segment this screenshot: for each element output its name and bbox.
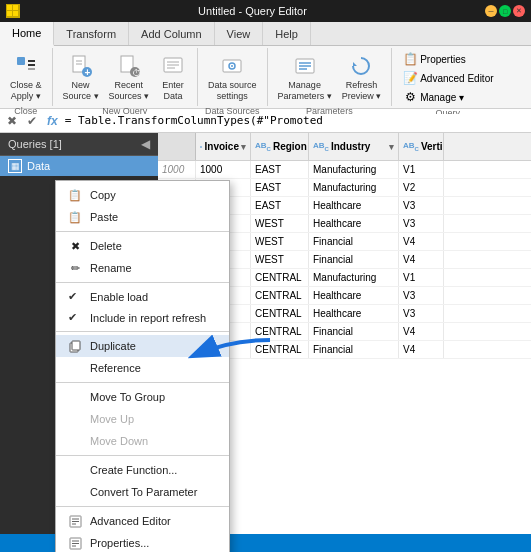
cell-region: WEST [251, 251, 309, 268]
maximize-button[interactable]: □ [499, 5, 511, 17]
ctx-reference-label: Reference [90, 362, 141, 374]
tab-add-column[interactable]: Add Column [129, 22, 215, 45]
cell-verti: V1 [399, 269, 444, 286]
close-apply-button[interactable]: Close &Apply ▾ [6, 50, 46, 104]
ctx-enable-load[interactable]: ✔ Enable load [56, 286, 229, 307]
fx-label: fx [44, 114, 61, 128]
col-header-industry[interactable]: ABC Industry ▾ [309, 133, 399, 160]
create-function-icon [68, 463, 82, 477]
cell-verti: V4 [399, 233, 444, 250]
data-source-settings-button[interactable]: Data sourcesettings [204, 50, 261, 104]
ribbon-group-new-query: + NewSource ▾ ⏱ RecentSources ▾ [53, 48, 199, 106]
cell-region: EAST [251, 197, 309, 214]
minimize-button[interactable]: ─ [485, 5, 497, 17]
svg-text:+: + [84, 67, 90, 78]
refresh-preview-label: RefreshPreview ▾ [342, 80, 382, 102]
manage-ribbon-button[interactable]: ⚙ Manage ▾ [398, 88, 468, 106]
new-source-icon: + [67, 52, 95, 80]
cell-industry: Manufacturing [309, 269, 399, 286]
recent-sources-button[interactable]: ⏱ RecentSources ▾ [105, 50, 154, 104]
ctx-delete[interactable]: ✖ Delete [56, 235, 229, 257]
cell-industry: Financial [309, 341, 399, 358]
ctx-separator-4 [56, 382, 229, 383]
ctx-copy-label: Copy [90, 189, 116, 201]
cell-verti: V3 [399, 215, 444, 232]
ribbon-group-parameters-items: ManageParameters ▾ RefreshPreview ▾ [274, 50, 386, 104]
recent-sources-icon: ⏱ [115, 52, 143, 80]
rename-icon: ✏ [68, 261, 82, 275]
col-header-verti[interactable]: ABC Verti... ▾ [399, 133, 444, 160]
ctx-duplicate-label: Duplicate [90, 340, 136, 352]
table-row[interactable]: 1000 1000 EAST Manufacturing V1 [158, 161, 531, 179]
ribbon-group-data-sources-items: Data sourcesettings [204, 50, 261, 104]
svg-marker-27 [353, 62, 357, 66]
window-controls[interactable]: ─ □ ✕ [485, 5, 525, 17]
properties-icon: 📋 [402, 51, 418, 67]
cell-region: CENTRAL [251, 305, 309, 322]
col-verti-type-icon: ABC [403, 141, 419, 152]
enter-data-label: EnterData [162, 80, 184, 102]
col-invoice-dropdown[interactable]: ▾ [241, 142, 246, 152]
formula-confirm-button[interactable]: ✔ [24, 114, 40, 128]
ctx-properties[interactable]: Properties... [56, 532, 229, 552]
ctx-copy[interactable]: 📋 Copy [56, 184, 229, 206]
close-window-button[interactable]: ✕ [513, 5, 525, 17]
manage-parameters-button[interactable]: ManageParameters ▾ [274, 50, 336, 104]
tab-view[interactable]: View [215, 22, 264, 45]
cell-verti: V4 [399, 341, 444, 358]
move-up-icon [68, 412, 82, 426]
formula-input[interactable] [65, 114, 527, 127]
query-item-data[interactable]: ▦ Data [0, 156, 158, 176]
col-header-invoice[interactable]: Invoice ▾ [196, 133, 251, 160]
ctx-separator-2 [56, 282, 229, 283]
cell-invoice: 1000 [196, 161, 251, 178]
enter-data-button[interactable]: EnterData [155, 50, 191, 104]
ribbon: Home Transform Add Column View Help [0, 22, 531, 109]
ctx-duplicate[interactable]: Duplicate [56, 335, 229, 357]
svg-rect-30 [200, 147, 201, 148]
manage-parameters-label: ManageParameters ▾ [278, 80, 332, 102]
close-apply-icon [12, 52, 40, 80]
ribbon-content: Close &Apply ▾ Close + [0, 46, 531, 108]
ctx-paste[interactable]: 📋 Paste [56, 206, 229, 228]
tab-transform[interactable]: Transform [54, 22, 129, 45]
svg-rect-0 [7, 5, 12, 10]
data-source-settings-icon [218, 52, 246, 80]
app-icon [6, 4, 20, 18]
ctx-move-down: Move Down [56, 430, 229, 452]
ctx-include-refresh[interactable]: ✔ Include in report refresh [56, 307, 229, 328]
tab-help[interactable]: Help [263, 22, 311, 45]
svg-point-22 [231, 65, 233, 67]
cell-industry: Healthcare [309, 287, 399, 304]
ctx-rename[interactable]: ✏ Rename [56, 257, 229, 279]
col-header-region[interactable]: ABC Region ▾ [251, 133, 309, 160]
ctx-move-to-group[interactable]: Move To Group [56, 386, 229, 408]
ctx-move-up: Move Up [56, 408, 229, 430]
cell-industry: Manufacturing [309, 179, 399, 196]
advanced-editor-ribbon-button[interactable]: 📝 Advanced Editor [398, 69, 497, 87]
cell-industry: Healthcare [309, 305, 399, 322]
ctx-advanced-editor[interactable]: Advanced Editor [56, 510, 229, 532]
refresh-preview-button[interactable]: RefreshPreview ▾ [338, 50, 386, 104]
manage-icon: ⚙ [402, 89, 418, 105]
new-source-button[interactable]: + NewSource ▾ [59, 50, 103, 104]
query-item-icon: ▦ [8, 159, 22, 173]
ctx-convert-to-parameter-label: Convert To Parameter [90, 486, 197, 498]
cell-region: WEST [251, 215, 309, 232]
paste-icon: 📋 [68, 210, 82, 224]
cell-region: EAST [251, 161, 309, 178]
ctx-reference[interactable]: Reference [56, 357, 229, 379]
ctx-create-function[interactable]: Create Function... [56, 459, 229, 481]
cell-num: 1000 [158, 161, 196, 178]
col-industry-dropdown[interactable]: ▾ [389, 142, 394, 152]
ctx-convert-to-parameter[interactable]: Convert To Parameter [56, 481, 229, 503]
tab-home[interactable]: Home [0, 22, 54, 46]
move-down-icon [68, 434, 82, 448]
collapse-panel-button[interactable]: ◀ [141, 137, 150, 151]
properties-ribbon-button[interactable]: 📋 Properties [398, 50, 470, 68]
grid-header: Invoice ▾ ABC Region ▾ ABC Industry ▾ AB… [158, 133, 531, 161]
new-source-label: NewSource ▾ [63, 80, 99, 102]
cell-industry: Healthcare [309, 215, 399, 232]
formula-cancel-button[interactable]: ✖ [4, 114, 20, 128]
ctx-move-up-label: Move Up [90, 413, 134, 425]
